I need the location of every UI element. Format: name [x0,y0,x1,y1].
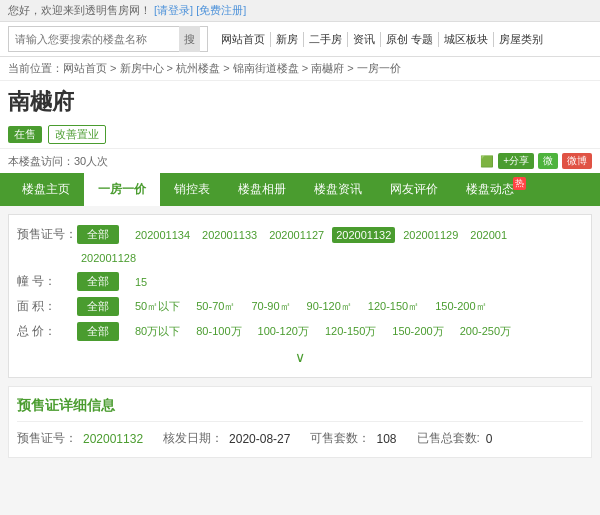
top-bar: 您好，欢迎来到透明售房网！ [请登录] [免费注册] [0,0,600,22]
presale-filter-row2: 202001128 [17,250,583,266]
available-count-item: 可售套数： 108 [310,430,396,447]
share-row: 本楼盘访问：30人次 🟩 +分享 微 微博 [0,149,600,173]
tab-dynamic[interactable]: 楼盘动态 [452,173,528,206]
detail-section: 预售证详细信息 预售证号： 202001132 核发日期： 2020-08-27… [8,386,592,458]
breadcrumb-text: 当前位置：网站首页 > 新房中心 > 杭州楼盘 > 锦南街道楼盘 > 南樾府 >… [8,62,401,74]
search-input[interactable] [9,31,179,47]
nav-district[interactable]: 城区板块 [439,32,494,47]
area-label: 面 积： [17,298,77,315]
approval-date-item: 核发日期： 2020-08-27 [163,430,290,447]
nav-new-house[interactable]: 新房 [271,32,304,47]
area-opt-70-90[interactable]: 70-90㎡ [243,297,298,316]
presale-202001-short[interactable]: 202001 [466,227,511,243]
nav-home[interactable]: 网站首页 [216,32,271,47]
tab-bar: 楼盘主页 一房一价 销控表 楼盘相册 楼盘资讯 网友评价 楼盘动态 [0,173,600,206]
area-all-btn[interactable]: 全部 [77,297,119,316]
nav-links: 网站首页 新房 二手房 资讯 原创 专题 城区板块 房屋类别 [216,32,548,47]
breadcrumb: 当前位置：网站首页 > 新房中心 > 杭州楼盘 > 锦南街道楼盘 > 南樾府 >… [0,57,600,81]
building-all-btn[interactable]: 全部 [77,272,119,291]
share-wechat-icon[interactable]: 微 [538,153,558,169]
area-opt-120-150[interactable]: 120-150㎡ [360,297,427,316]
area-filter-row: 面 积： 全部 50㎡以下 50-70㎡ 70-90㎡ 90-120㎡ 120-… [17,297,583,316]
detail-title: 预售证详细信息 [17,397,583,422]
filter-area: 预售证号： 全部 202001134 202001133 202001127 2… [8,214,592,378]
register-link[interactable]: [免费注册] [196,4,246,16]
visit-count: 本楼盘访问：30人次 [8,154,108,169]
tab-info[interactable]: 楼盘资讯 [300,173,376,206]
detail-row: 预售证号： 202001132 核发日期： 2020-08-27 可售套数： 1… [17,430,583,447]
presale-options: 全部 202001134 202001133 202001127 2020011… [77,225,511,244]
price-opt-150-200[interactable]: 150-200万 [384,322,451,341]
tab-sales[interactable]: 销控表 [160,173,224,206]
price-all-btn[interactable]: 全部 [77,322,119,341]
available-count-value: 108 [376,432,396,446]
approval-date-value: 2020-08-27 [229,432,290,446]
share-weibo-icon[interactable]: 微博 [562,153,592,169]
presale-202001128[interactable]: 202001128 [77,250,140,266]
presale-202001129[interactable]: 202001129 [399,227,462,243]
share-plus-icon[interactable]: +分享 [498,153,534,169]
area-opt-150-200[interactable]: 150-200㎡ [427,297,494,316]
tags-row: 在售 改善置业 [0,121,600,149]
presale-202001134[interactable]: 202001134 [131,227,194,243]
price-opt-120-150[interactable]: 120-150万 [317,322,384,341]
sold-count-label: 已售总套数: [417,430,480,447]
building-label: 幢 号： [17,273,77,290]
presale-all-btn[interactable]: 全部 [77,225,119,244]
area-opt-50[interactable]: 50㎡以下 [127,297,188,316]
presale-label: 预售证号： [17,226,77,243]
price-opt-80[interactable]: 80万以下 [127,322,188,341]
presale-num-label: 预售证号： [17,430,77,447]
search-box: 搜 [8,26,208,52]
presale-num-item: 预售证号： 202001132 [17,430,143,447]
available-count-label: 可售套数： [310,430,370,447]
presale-202001127[interactable]: 202001127 [265,227,328,243]
building-filter-row: 幢 号： 全部 15 [17,272,583,291]
nav-news[interactable]: 资讯 [348,32,381,47]
tab-reviews[interactable]: 网友评价 [376,173,452,206]
tab-price[interactable]: 一房一价 [84,173,160,206]
sold-count-item: 已售总套数: 0 [417,430,493,447]
property-title: 南樾府 [8,87,592,117]
share-label: 🟩 [480,155,494,168]
price-filter-row: 总 价： 全部 80万以下 80-100万 100-120万 120-150万 … [17,322,583,341]
sale-tag: 在售 [8,126,42,143]
sold-count-value: 0 [486,432,493,446]
area-opt-90-120[interactable]: 90-120㎡ [299,297,360,316]
tab-main[interactable]: 楼盘主页 [8,173,84,206]
greeting-text: 您好，欢迎来到透明售房网！ [8,4,151,16]
login-link[interactable]: [请登录] [154,4,193,16]
approval-date-label: 核发日期： [163,430,223,447]
nav-original[interactable]: 原创 专题 [381,32,439,47]
nav-house-type[interactable]: 房屋类别 [494,32,548,47]
price-opt-80-100[interactable]: 80-100万 [188,322,249,341]
presale-filter-row: 预售证号： 全部 202001134 202001133 202001127 2… [17,225,583,244]
price-opt-200-250[interactable]: 200-250万 [452,322,519,341]
price-label: 总 价： [17,323,77,340]
search-button[interactable]: 搜 [179,26,200,52]
nav-bar: 搜 网站首页 新房 二手房 资讯 原创 专题 城区板块 房屋类别 [0,22,600,57]
title-area: 南樾府 [0,81,600,121]
share-area: 🟩 +分享 微 微博 [480,153,592,169]
price-opt-100-120[interactable]: 100-120万 [250,322,317,341]
presale-202001132[interactable]: 202001132 [332,227,395,243]
nav-second-hand[interactable]: 二手房 [304,32,348,47]
presale-num-value[interactable]: 202001132 [83,432,143,446]
expand-arrow[interactable]: ∨ [17,347,583,367]
tab-album[interactable]: 楼盘相册 [224,173,300,206]
building-value[interactable]: 15 [127,274,155,290]
presale-202001133[interactable]: 202001133 [198,227,261,243]
area-opt-50-70[interactable]: 50-70㎡ [188,297,243,316]
improve-tag: 改善置业 [48,125,106,144]
